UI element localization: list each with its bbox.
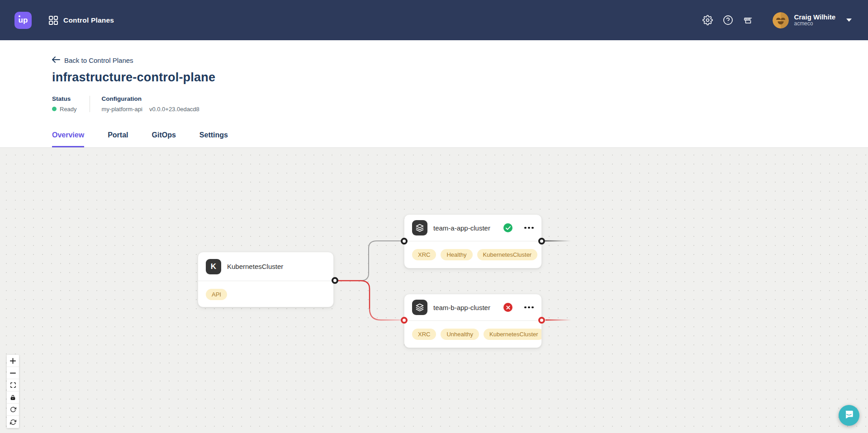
- port-team-b-out[interactable]: [538, 317, 545, 324]
- kubernetes-k-icon: K: [206, 259, 221, 274]
- logo-dot: [19, 15, 20, 17]
- zoom-in-button[interactable]: [7, 355, 19, 367]
- graph-canvas[interactable]: K KubernetesCluster API team-a-app-clust…: [0, 148, 868, 433]
- logo-text: up: [19, 16, 28, 25]
- port-team-a-in[interactable]: [401, 238, 408, 245]
- badge-xrc: XRC: [412, 329, 436, 340]
- tab-gitops[interactable]: GitOps: [152, 131, 176, 147]
- node-kubernetescluster[interactable]: K KubernetesCluster API: [198, 252, 334, 307]
- marketplace-icon[interactable]: [743, 15, 754, 26]
- node-team-a-app-cluster[interactable]: team-a-app-cluster XRC Healthy Kubernete…: [404, 214, 542, 268]
- chevron-down-icon[interactable]: [846, 19, 852, 22]
- configuration-label: Configuration: [102, 96, 199, 102]
- zoom-out-button[interactable]: [7, 367, 19, 379]
- page-title: infrastructure-control-plane: [52, 71, 868, 85]
- user-block[interactable]: Craig Wilhite acmeco: [794, 13, 835, 27]
- status-label: Status: [52, 96, 77, 102]
- port-kubernetescluster-out[interactable]: [332, 277, 338, 284]
- back-link[interactable]: Back to Control Planes: [52, 56, 133, 64]
- arrow-left-icon: [52, 56, 60, 64]
- help-icon[interactable]: [722, 15, 733, 26]
- navbar-right: Craig Wilhite acmeco: [693, 12, 852, 28]
- status-column: Status Ready: [52, 96, 77, 112]
- tab-portal[interactable]: Portal: [108, 131, 128, 147]
- node-menu-button[interactable]: [524, 227, 534, 229]
- badge-api: API: [206, 289, 227, 300]
- node-team-b-app-cluster[interactable]: team-b-app-cluster XRC Unhealthy Kuberne…: [404, 294, 542, 348]
- badge-healthy: Healthy: [441, 249, 472, 260]
- configuration-column: Configuration my-platform-api v0.0.0+23.…: [102, 96, 199, 112]
- badge-xrc: XRC: [412, 249, 436, 260]
- node-title: KubernetesCluster: [227, 263, 283, 270]
- rotate-button[interactable]: [7, 404, 19, 416]
- badge-unhealthy: Unhealthy: [441, 329, 479, 340]
- layers-icon: [412, 220, 427, 235]
- badge-kubernetescluster: KubernetesCluster: [477, 249, 538, 260]
- top-navbar: up Control Planes: [0, 0, 868, 40]
- port-team-b-in[interactable]: [401, 317, 408, 324]
- user-org: acmeco: [794, 21, 835, 27]
- tab-settings[interactable]: Settings: [199, 131, 228, 147]
- graph-edges: [0, 148, 868, 433]
- layers-icon: [412, 300, 427, 315]
- badge-kubernetescluster: KubernetesCluster: [484, 329, 542, 340]
- configuration-version: v0.0.0+23.0edacd8: [149, 106, 199, 112]
- lock-icon-button[interactable]: [7, 391, 19, 404]
- chat-launcher-button[interactable]: [839, 405, 859, 426]
- app-title: Control Planes: [63, 16, 114, 24]
- page-header: Back to Control Planes infrastructure-co…: [0, 40, 868, 148]
- tab-bar: Overview Portal GitOps Settings: [52, 131, 228, 147]
- meta-row: Status Ready Configuration my-platform-a…: [52, 96, 868, 112]
- status-dot: [52, 107, 57, 111]
- sync-button[interactable]: [7, 416, 19, 428]
- configuration-name: my-platform-api: [102, 106, 142, 112]
- status-value: Ready: [60, 106, 77, 112]
- node-title: team-b-app-cluster: [433, 304, 490, 311]
- user-name: Craig Wilhite: [794, 13, 835, 21]
- grid-icon: [48, 15, 58, 25]
- tab-overview[interactable]: Overview: [52, 131, 84, 147]
- node-title: team-a-app-cluster: [433, 224, 490, 232]
- chat-bubble-icon: [844, 409, 854, 421]
- canvas-toolbar: [7, 355, 19, 428]
- fit-view-button[interactable]: [7, 379, 19, 391]
- upbound-logo[interactable]: up: [14, 12, 32, 29]
- check-circle-icon: [503, 223, 512, 232]
- back-link-label: Back to Control Planes: [64, 56, 133, 64]
- node-menu-button[interactable]: [524, 306, 534, 309]
- x-circle-icon: [503, 303, 512, 312]
- port-team-a-out[interactable]: [538, 238, 545, 245]
- user-avatar[interactable]: [773, 12, 789, 28]
- settings-gear-icon[interactable]: [702, 15, 713, 26]
- meta-divider: [90, 96, 90, 112]
